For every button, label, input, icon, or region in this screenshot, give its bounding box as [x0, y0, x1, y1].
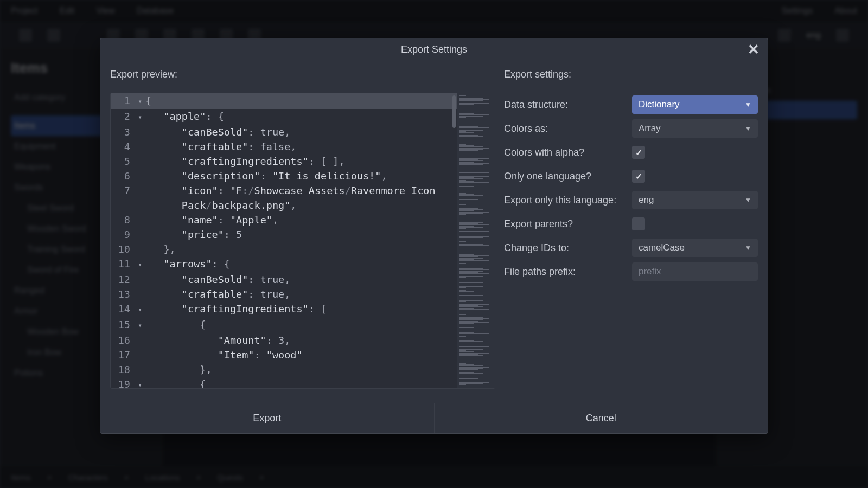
line-number: 17 — [111, 348, 135, 362]
fold-toggle-icon[interactable]: ▾ — [135, 109, 145, 125]
line-number: 9 — [111, 227, 135, 242]
line-number: 4 — [111, 139, 135, 154]
export-preview-editor[interactable]: 1▾{2▾ "apple": {3 "canBeSold": true,4 "c… — [110, 93, 495, 389]
code-line[interactable]: 10 }, — [111, 242, 457, 256]
code-content: "icon": "F:/Showcase Assets/Ravenmore Ic… — [145, 183, 436, 198]
code-line[interactable]: 19▾ { — [111, 377, 457, 388]
code-content: "Item": "wood" — [145, 348, 303, 362]
file-paths-prefix-label: File paths prefix: — [504, 266, 632, 278]
code-line[interactable]: 2▾ "apple": { — [111, 109, 457, 125]
code-line[interactable]: 3 "canBeSold": true, — [111, 125, 457, 139]
colors-with-alpha-checkbox[interactable]: ✓ — [632, 146, 645, 159]
export-preview-label: Export preview: — [110, 69, 495, 80]
line-number: 1 — [111, 93, 135, 108]
code-content: { — [145, 93, 151, 108]
code-line[interactable]: 4 "craftable": false, — [111, 139, 457, 154]
data-structure-select[interactable]: Dictionary ▼ — [632, 95, 758, 114]
code-line[interactable]: 5 "craftingIngredients": [ ], — [111, 154, 457, 169]
fold-toggle-icon[interactable]: ▾ — [135, 301, 145, 317]
file-paths-prefix-input[interactable] — [632, 262, 758, 281]
export-parents-checkbox[interactable] — [632, 217, 645, 230]
code-line[interactable]: 14▾ "craftingIngredients": [ — [111, 301, 457, 317]
fold-toggle-icon — [135, 198, 145, 199]
export-settings-label: Export settings: — [504, 69, 758, 80]
select-value: camelCase — [639, 242, 685, 253]
cancel-button[interactable]: Cancel — [434, 403, 768, 433]
scrollbar-thumb[interactable] — [452, 95, 456, 128]
close-icon: ✕ — [748, 41, 760, 58]
code-line[interactable]: 17 "Item": "wood" — [111, 348, 457, 362]
fold-toggle-icon — [135, 213, 145, 214]
line-number: 16 — [111, 333, 135, 348]
fold-toggle-icon — [135, 183, 145, 184]
export-preview-panel: Export preview: 1▾{2▾ "apple": {3 "canBe… — [110, 69, 495, 403]
code-content: "canBeSold": true, — [145, 272, 290, 287]
editor-minimap[interactable] — [457, 93, 495, 388]
line-number: 7 — [111, 183, 135, 198]
chevron-down-icon: ▼ — [745, 244, 751, 252]
export-parents-label: Export parents? — [504, 219, 632, 230]
code-content: "apple": { — [145, 109, 224, 124]
only-one-language-checkbox[interactable]: ✓ — [632, 170, 645, 183]
line-number: 11 — [111, 256, 135, 271]
fold-toggle-icon — [135, 125, 145, 126]
code-content: "arrows": { — [145, 256, 230, 271]
colors-as-select[interactable]: Array ▼ — [632, 119, 758, 138]
close-button[interactable]: ✕ — [746, 42, 761, 57]
code-line[interactable]: 6 "description": "It is delicious!", — [111, 169, 457, 183]
code-content: "craftable": true, — [145, 287, 290, 301]
code-line[interactable]: 1▾{ — [111, 93, 457, 109]
check-icon: ✓ — [635, 147, 642, 158]
select-value: Array — [639, 123, 661, 134]
change-ids-select[interactable]: camelCase ▼ — [632, 239, 758, 257]
fold-toggle-icon — [135, 287, 145, 288]
code-content: { — [145, 317, 206, 332]
code-line[interactable]: 13 "craftable": true, — [111, 287, 457, 301]
code-content: "name": "Apple", — [145, 213, 278, 227]
fold-toggle-icon — [135, 348, 145, 349]
chevron-down-icon: ▼ — [745, 125, 751, 132]
fold-toggle-icon — [135, 227, 145, 228]
dialog-footer: Export Cancel — [100, 403, 768, 433]
code-content: "Amount": 3, — [145, 333, 290, 348]
fold-toggle-icon[interactable]: ▾ — [135, 256, 145, 272]
line-number: 15 — [111, 317, 135, 332]
export-language-select[interactable]: eng ▼ — [632, 191, 758, 209]
divider — [510, 85, 758, 85]
line-number: 8 — [111, 213, 135, 227]
code-line[interactable]: 15▾ { — [111, 317, 457, 333]
fold-toggle-icon[interactable]: ▾ — [135, 93, 145, 109]
code-content: }, — [145, 242, 176, 256]
line-number: 2 — [111, 109, 135, 124]
export-language-label: Export only this language: — [504, 195, 632, 206]
fold-toggle-icon — [135, 362, 145, 363]
only-one-language-label: Only one language? — [504, 171, 632, 182]
code-line[interactable]: 8 "name": "Apple", — [111, 213, 457, 227]
fold-toggle-icon[interactable]: ▾ — [135, 317, 145, 333]
colors-with-alpha-label: Colors with alpha? — [504, 147, 632, 158]
change-ids-label: Change IDs to: — [504, 242, 632, 254]
colors-as-label: Colors as: — [504, 123, 632, 134]
line-number: 5 — [111, 154, 135, 169]
code-line[interactable]: 7 "icon": "F:/Showcase Assets/Ravenmore … — [111, 183, 457, 198]
code-line[interactable]: Pack/backpack.png", — [111, 198, 457, 213]
export-button[interactable]: Export — [100, 403, 434, 433]
line-number: 13 — [111, 287, 135, 301]
export-settings-dialog: Export Settings ✕ Export preview: 1▾{2▾ … — [100, 38, 768, 434]
code-content: "craftingIngredients": [ — [145, 301, 327, 316]
code-line[interactable]: 12 "canBeSold": true, — [111, 272, 457, 287]
fold-toggle-icon — [135, 242, 145, 243]
fold-toggle-icon — [135, 139, 145, 140]
line-number: 3 — [111, 125, 135, 139]
code-line[interactable]: 9 "price": 5 — [111, 227, 457, 242]
code-content: { — [145, 377, 206, 388]
code-content: "canBeSold": true, — [145, 125, 290, 139]
dialog-title-bar: Export Settings ✕ — [100, 38, 768, 61]
line-number: 14 — [111, 301, 135, 316]
line-number: 10 — [111, 242, 135, 256]
fold-toggle-icon — [135, 169, 145, 170]
code-line[interactable]: 18 }, — [111, 362, 457, 377]
code-line[interactable]: 16 "Amount": 3, — [111, 333, 457, 348]
code-line[interactable]: 11▾ "arrows": { — [111, 256, 457, 272]
fold-toggle-icon[interactable]: ▾ — [135, 377, 145, 388]
